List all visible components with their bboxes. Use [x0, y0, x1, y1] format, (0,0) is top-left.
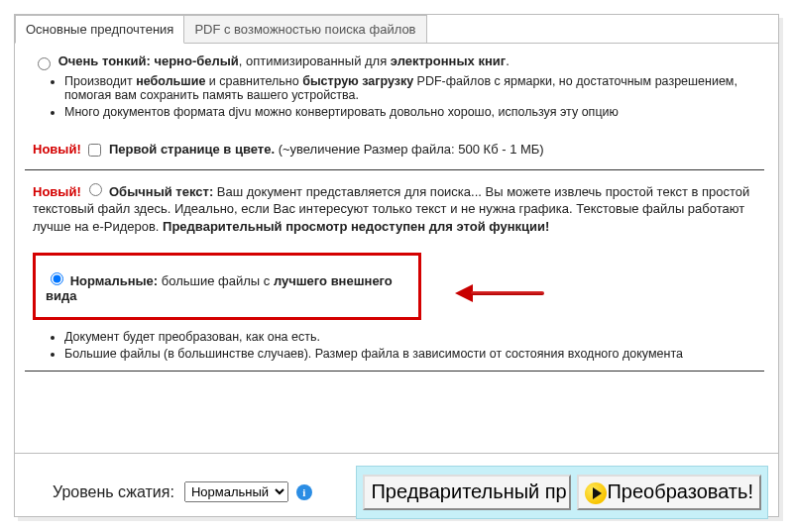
bottom-bar: Уровень сжатия: Нормальный i Предварител… [15, 453, 778, 531]
very-thin-title: Очень тонкий: черно-белый [58, 53, 239, 68]
list-item: Производит небольшие и сравнительно быст… [64, 74, 764, 102]
option-color-first-page: Новый! Первой странице в цвете. (~увелич… [33, 141, 764, 160]
option-normal-wrap: Нормальные: большие файлы с лучшего внеш… [25, 253, 764, 320]
annotation-arrow [451, 284, 546, 304]
preview-button[interactable]: Предварительный пр [363, 475, 571, 510]
list-item: Много документов формата djvu можно конв… [64, 105, 764, 119]
checkbox-color-first-page[interactable] [88, 144, 101, 157]
info-icon[interactable]: i [296, 484, 312, 500]
compression-select[interactable]: Нормальный [184, 481, 288, 502]
list-item: Большие файлы (в большинстве случаев). Р… [64, 347, 764, 361]
option-plain-text: Новый! Обычный текст: Ваш документ предс… [33, 180, 756, 236]
tab-list: Основные предпочтения PDF с возможностью… [15, 15, 778, 44]
convert-button[interactable]: Преобразовать! [577, 475, 761, 510]
action-button-area: Предварительный пр Преобразовать! [356, 466, 768, 519]
tab-basic-preferences[interactable]: Основные предпочтения [15, 15, 184, 44]
option-normal-highlight: Нормальные: большие файлы с лучшего внеш… [33, 253, 421, 320]
compression-label: Уровень сжатия: [53, 483, 174, 501]
settings-panel: Основные предпочтения PDF с возможностью… [14, 14, 779, 517]
radio-normal[interactable] [51, 272, 63, 285]
list-item: Документ будет преобразован, как она ест… [64, 330, 764, 344]
content-scroll[interactable]: Очень тонкий: черно-белый, оптимизирован… [15, 44, 778, 453]
normal-bullets: Документ будет преобразован, как она ест… [43, 330, 764, 361]
divider [25, 169, 764, 170]
very-thin-bullets: Производит небольшие и сравнительно быст… [43, 74, 764, 119]
radio-very-thin[interactable] [38, 57, 51, 70]
option-very-thin: Очень тонкий: черно-белый, оптимизирован… [33, 53, 764, 70]
tab-pdf-searchable[interactable]: PDF с возможностью поиска файлов [183, 15, 426, 43]
new-badge: Новый! [33, 184, 81, 199]
divider [25, 371, 764, 372]
play-icon [585, 482, 607, 504]
radio-plain-text[interactable] [89, 183, 102, 196]
new-badge: Новый! [33, 142, 81, 157]
